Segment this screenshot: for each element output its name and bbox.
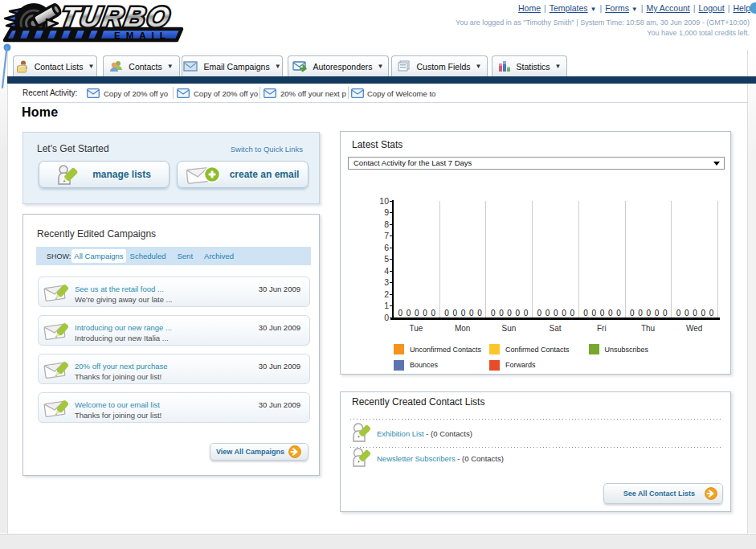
svg-text:TURBO: TURBO	[59, 1, 174, 32]
